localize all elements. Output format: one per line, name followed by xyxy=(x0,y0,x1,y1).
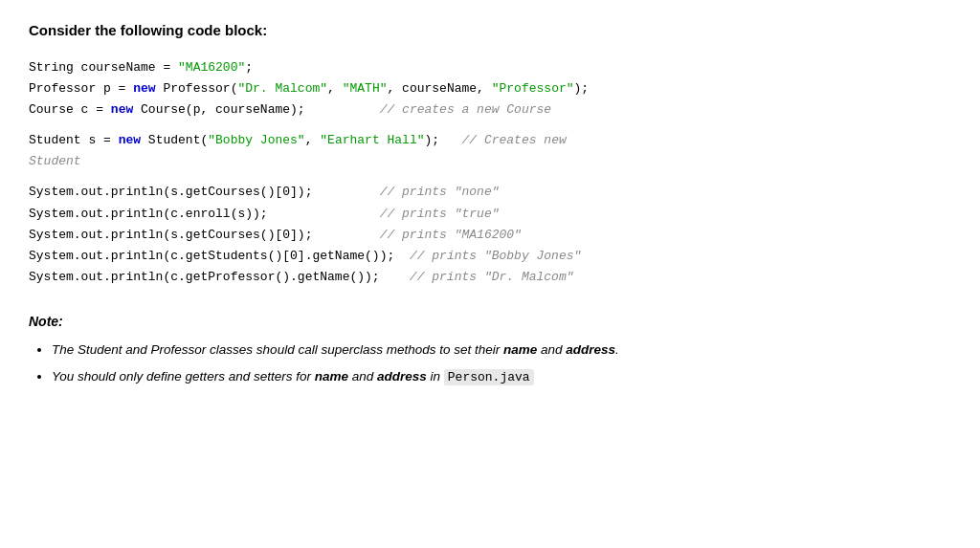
code-line-5d: System.out.println(c.getStudents()[0].ge… xyxy=(29,246,951,267)
code-line-5a: System.out.println(s.getCourses()[0]); /… xyxy=(29,182,951,203)
note-title: Note: xyxy=(29,311,951,332)
code-line-5e: System.out.println(c.getProfessor().getN… xyxy=(29,267,951,288)
page-container: Consider the following code block: Strin… xyxy=(29,19,951,388)
code-block: String courseName = "MA16200"; Professor… xyxy=(29,57,951,288)
code-line-4: Student s = new Student("Bobby Jones", "… xyxy=(29,130,951,151)
code-line-5b: System.out.println(c.enroll(s)); // prin… xyxy=(29,204,951,225)
page-heading: Consider the following code block: xyxy=(29,19,951,42)
code-line-5c: System.out.println(s.getCourses()[0]); /… xyxy=(29,225,951,246)
code-line-3: Course c = new Course(p, courseName); //… xyxy=(29,99,951,121)
note-section: Note: The Student and Professor classes … xyxy=(29,311,951,388)
note-item-2: You should only define getters and sette… xyxy=(52,366,951,388)
code-line-4b: Student xyxy=(29,151,951,172)
note-item-1: The Student and Professor classes should… xyxy=(52,340,951,361)
code-line-2: Professor p = new Professor("Dr. Malcom"… xyxy=(29,78,951,99)
code-line-1: String courseName = "MA16200"; xyxy=(29,57,951,78)
note-list: The Student and Professor classes should… xyxy=(29,340,951,387)
